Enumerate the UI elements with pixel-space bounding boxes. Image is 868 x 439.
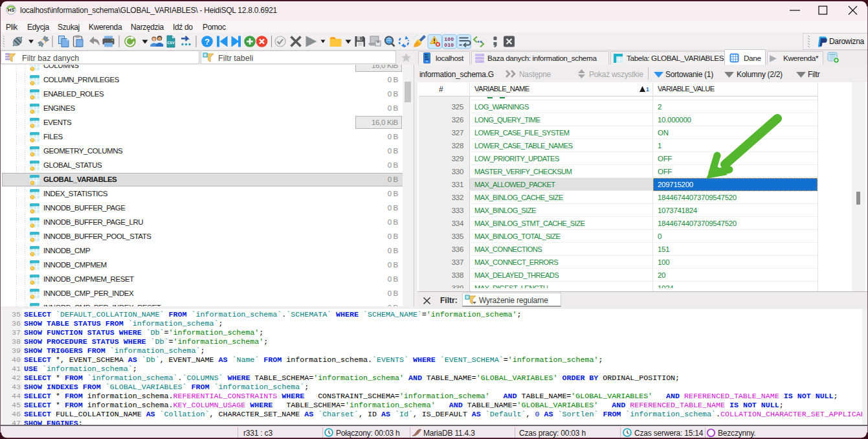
svg-text:1: 1: [646, 86, 649, 93]
svg-text:010: 010: [445, 42, 454, 48]
svg-text:100: 100: [445, 36, 454, 42]
svg-text:?: ?: [205, 37, 210, 47]
svg-text:HS: HS: [8, 7, 14, 13]
svg-text:CSV: CSV: [167, 41, 175, 45]
